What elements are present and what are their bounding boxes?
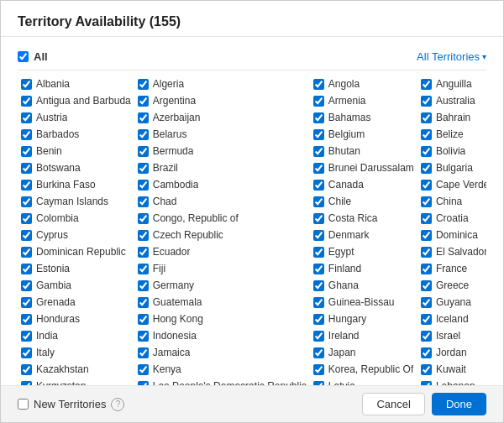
country-checkbox[interactable] (138, 146, 149, 157)
country-checkbox[interactable] (21, 163, 32, 174)
country-checkbox[interactable] (138, 331, 149, 342)
country-checkbox[interactable] (421, 129, 432, 140)
country-checkbox[interactable] (313, 247, 324, 258)
country-item: Botswana (18, 159, 134, 176)
country-checkbox[interactable] (21, 213, 32, 224)
country-checkbox[interactable] (313, 163, 324, 174)
chevron-down-icon: ▾ (482, 52, 486, 61)
country-checkbox[interactable] (138, 314, 149, 325)
country-checkbox[interactable] (138, 112, 149, 123)
country-checkbox[interactable] (421, 196, 432, 207)
done-button[interactable]: Done (432, 393, 486, 415)
country-checkbox[interactable] (138, 247, 149, 258)
country-checkbox[interactable] (421, 364, 432, 375)
help-icon[interactable]: ? (111, 398, 124, 411)
footer-buttons: Cancel Done (362, 393, 486, 415)
all-label-text: All (34, 50, 48, 63)
country-checkbox[interactable] (421, 213, 432, 224)
all-checkbox-label[interactable]: All (18, 50, 48, 63)
country-checkbox[interactable] (421, 146, 432, 157)
country-checkbox[interactable] (138, 280, 149, 291)
modal-footer: New Territories ? Cancel Done (1, 385, 503, 422)
country-checkbox[interactable] (21, 230, 32, 241)
country-checkbox[interactable] (313, 280, 324, 291)
country-item: Cape Verde (417, 176, 486, 193)
country-checkbox[interactable] (138, 79, 149, 90)
country-checkbox[interactable] (421, 264, 432, 274)
all-territories-dropdown[interactable]: All Territories ▾ (417, 50, 486, 63)
country-checkbox[interactable] (21, 264, 32, 274)
country-item: Denmark (310, 227, 417, 243)
new-territories-checkbox[interactable] (18, 399, 29, 410)
country-checkbox[interactable] (21, 112, 32, 123)
country-checkbox[interactable] (421, 163, 432, 174)
country-checkbox[interactable] (421, 314, 432, 325)
country-checkbox[interactable] (313, 331, 324, 342)
country-checkbox[interactable] (138, 364, 149, 375)
country-checkbox[interactable] (138, 347, 149, 358)
country-checkbox[interactable] (313, 364, 324, 375)
country-checkbox[interactable] (313, 129, 324, 140)
country-checkbox[interactable] (138, 129, 149, 140)
country-name: Antigua and Barbuda (36, 95, 131, 107)
country-checkbox[interactable] (313, 112, 324, 123)
country-checkbox[interactable] (421, 297, 432, 308)
country-checkbox[interactable] (138, 230, 149, 241)
country-checkbox[interactable] (313, 180, 324, 191)
country-checkbox[interactable] (421, 280, 432, 291)
country-checkbox[interactable] (21, 79, 32, 90)
country-checkbox[interactable] (138, 163, 149, 174)
country-checkbox[interactable] (421, 180, 432, 191)
country-checkbox[interactable] (21, 280, 32, 291)
country-name: El Salvador (436, 246, 486, 258)
country-checkbox[interactable] (21, 347, 32, 358)
country-checkbox[interactable] (421, 96, 432, 107)
country-checkbox[interactable] (313, 79, 324, 90)
all-checkbox[interactable] (18, 51, 29, 62)
country-checkbox[interactable] (313, 96, 324, 107)
country-checkbox[interactable] (138, 213, 149, 224)
country-checkbox[interactable] (138, 96, 149, 107)
country-checkbox[interactable] (21, 364, 32, 375)
country-name: Belize (436, 128, 464, 140)
country-name: Chad (153, 196, 177, 207)
country-checkbox[interactable] (21, 129, 32, 140)
country-checkbox[interactable] (138, 264, 149, 274)
country-checkbox[interactable] (421, 247, 432, 258)
country-checkbox[interactable] (21, 196, 32, 207)
country-checkbox[interactable] (313, 213, 324, 224)
country-checkbox[interactable] (313, 314, 324, 325)
country-checkbox[interactable] (21, 297, 32, 308)
country-name: Bulgaria (436, 162, 473, 174)
country-checkbox[interactable] (21, 146, 32, 157)
country-checkbox[interactable] (21, 180, 32, 191)
country-name: Kuwait (436, 363, 466, 375)
country-item: Lao People's Democratic Republic (134, 378, 310, 385)
country-checkbox[interactable] (421, 79, 432, 90)
country-checkbox[interactable] (313, 230, 324, 241)
country-name: Albania (36, 78, 70, 90)
country-checkbox[interactable] (21, 331, 32, 342)
country-name: Kazakhstan (36, 363, 89, 375)
country-checkbox[interactable] (421, 230, 432, 241)
country-checkbox[interactable] (138, 180, 149, 191)
country-checkbox[interactable] (313, 297, 324, 308)
country-checkbox[interactable] (21, 96, 32, 107)
country-checkbox[interactable] (313, 146, 324, 157)
country-checkbox[interactable] (313, 347, 324, 358)
country-name: Egypt (328, 246, 354, 258)
country-checkbox[interactable] (313, 264, 324, 274)
country-checkbox[interactable] (421, 331, 432, 342)
country-checkbox[interactable] (138, 196, 149, 207)
country-checkbox[interactable] (421, 347, 432, 358)
cancel-button[interactable]: Cancel (362, 393, 424, 415)
country-name: France (436, 263, 467, 274)
country-checkbox[interactable] (21, 247, 32, 258)
country-checkbox[interactable] (138, 297, 149, 308)
all-territories-label: All Territories (417, 50, 480, 63)
countries-scroll[interactable]: AlbaniaAlgeriaAngolaAnguillaAntigua and … (18, 76, 486, 385)
country-checkbox[interactable] (313, 196, 324, 207)
country-checkbox[interactable] (21, 314, 32, 325)
country-checkbox[interactable] (421, 112, 432, 123)
country-item: Indonesia (134, 327, 310, 344)
